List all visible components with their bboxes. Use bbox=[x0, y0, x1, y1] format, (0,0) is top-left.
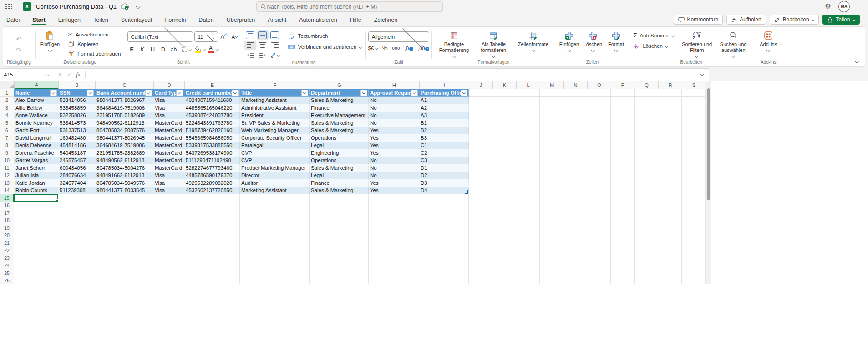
share-button[interactable]: Teilen bbox=[822, 15, 860, 25]
bold-button[interactable]: F bbox=[127, 45, 137, 54]
insert-function-button[interactable]: fx bbox=[74, 71, 82, 78]
cell-D26[interactable] bbox=[153, 277, 184, 285]
autosum-button[interactable]: Σ AutoSumme bbox=[632, 31, 675, 39]
menu-tab-seitenlayout[interactable]: Seitenlayout bbox=[120, 14, 153, 25]
cell-E5[interactable]: 5224643391763780 bbox=[184, 119, 240, 127]
cell-M2[interactable] bbox=[540, 97, 563, 105]
cell-R17[interactable] bbox=[658, 209, 682, 217]
cell-G20[interactable] bbox=[310, 232, 369, 240]
cell-R20[interactable] bbox=[658, 232, 682, 240]
cell-B8[interactable]: 454814186 bbox=[58, 142, 95, 150]
cell-R18[interactable] bbox=[658, 217, 682, 225]
cell-L20[interactable] bbox=[516, 232, 540, 240]
cell-J26[interactable] bbox=[469, 277, 492, 285]
cell-styles-button[interactable]: Zellenformate bbox=[513, 30, 553, 52]
cell-P20[interactable] bbox=[611, 232, 635, 240]
cell-A2[interactable]: Alex Darrow bbox=[14, 97, 58, 105]
cell-J18[interactable] bbox=[469, 217, 492, 225]
cell-S23[interactable] bbox=[682, 254, 706, 262]
cell-F9[interactable]: CVP bbox=[240, 149, 310, 157]
cell-H11[interactable]: No bbox=[369, 164, 419, 172]
cell-Q6[interactable] bbox=[635, 127, 658, 135]
cell-J5[interactable] bbox=[469, 119, 492, 127]
wrap-text-button[interactable]: Textumbruch bbox=[286, 32, 330, 40]
cell-O13[interactable] bbox=[587, 179, 611, 187]
clear-button[interactable]: Löschen bbox=[632, 42, 669, 50]
cell-L14[interactable] bbox=[516, 187, 540, 195]
cell-E18[interactable] bbox=[184, 217, 240, 225]
font-size-combo[interactable]: 11 bbox=[194, 31, 218, 42]
cell-O7[interactable] bbox=[587, 134, 611, 142]
cell-B9[interactable]: 540453187 bbox=[58, 149, 95, 157]
cell-A4[interactable]: Anne Wallace bbox=[14, 112, 58, 120]
cell-E12[interactable]: 4485786590179370 bbox=[184, 172, 240, 180]
cell-R8[interactable] bbox=[658, 142, 682, 150]
cell-R9[interactable] bbox=[658, 149, 682, 157]
cell-P1[interactable] bbox=[611, 89, 635, 97]
cancel-entry-button[interactable]: ✕ bbox=[56, 71, 64, 78]
cell-E10[interactable]: 5111290471102490 bbox=[184, 157, 240, 165]
cell-N16[interactable] bbox=[563, 202, 587, 210]
cell-H12[interactable]: No bbox=[369, 172, 419, 180]
menu-tab-start[interactable]: Start bbox=[31, 14, 46, 25]
cell-P5[interactable] bbox=[611, 119, 635, 127]
filter-button-title[interactable] bbox=[301, 90, 308, 96]
cell-R19[interactable] bbox=[658, 224, 682, 232]
cell-G10[interactable]: Operations bbox=[310, 157, 369, 165]
cell-P19[interactable] bbox=[611, 224, 635, 232]
cell-C21[interactable] bbox=[95, 239, 153, 247]
cell-D21[interactable] bbox=[153, 239, 184, 247]
cell-J12[interactable] bbox=[469, 172, 492, 180]
cell-D24[interactable] bbox=[153, 262, 184, 270]
cell-R24[interactable] bbox=[658, 262, 682, 270]
cell-M9[interactable] bbox=[540, 149, 563, 157]
cell-F11[interactable]: Product Marketing Manager bbox=[240, 164, 310, 172]
cell-L11[interactable] bbox=[516, 164, 540, 172]
cell-A12[interactable]: Julian Isla bbox=[14, 172, 58, 180]
double-underline-button[interactable]: D bbox=[159, 45, 168, 54]
cell-A6[interactable]: Garth Fort bbox=[14, 127, 58, 135]
cell-S1[interactable] bbox=[682, 89, 706, 97]
cell-Q9[interactable] bbox=[635, 149, 658, 157]
cell-N11[interactable] bbox=[563, 164, 587, 172]
column-header-S[interactable]: S bbox=[682, 81, 706, 89]
cell-B13[interactable]: 324077404 bbox=[58, 179, 95, 187]
column-header-A[interactable]: A bbox=[15, 81, 59, 89]
cell-F21[interactable] bbox=[240, 239, 310, 247]
cell-H20[interactable] bbox=[369, 232, 419, 240]
cell-M18[interactable] bbox=[540, 217, 563, 225]
formula-input[interactable] bbox=[86, 72, 709, 77]
decrease-indent-button[interactable] bbox=[244, 51, 256, 60]
format-as-table-button[interactable]: Als Tabelle formatieren bbox=[475, 30, 512, 58]
column-header-E[interactable]: E bbox=[185, 81, 240, 89]
collapse-ribbon-icon[interactable] bbox=[855, 59, 859, 64]
cell-Q3[interactable] bbox=[635, 104, 658, 112]
column-header-G[interactable]: G bbox=[310, 81, 369, 89]
font-color-button[interactable]: A bbox=[207, 46, 215, 54]
cell-J13[interactable] bbox=[469, 179, 492, 187]
cell-I5[interactable]: B1 bbox=[419, 119, 469, 127]
cell-I15[interactable] bbox=[419, 194, 469, 202]
cell-K26[interactable] bbox=[492, 277, 516, 285]
cell-G9[interactable]: Engineering bbox=[310, 149, 369, 157]
cut-button[interactable]: ✂ Ausschneiden bbox=[66, 30, 110, 38]
cell-F1[interactable]: Title bbox=[240, 89, 310, 97]
cell-K8[interactable] bbox=[492, 142, 516, 150]
cell-O5[interactable] bbox=[587, 119, 611, 127]
cell-M24[interactable] bbox=[540, 262, 563, 270]
cell-R3[interactable] bbox=[658, 104, 682, 112]
settings-gear-icon[interactable]: ⚙ bbox=[825, 2, 831, 10]
cell-S6[interactable] bbox=[682, 127, 706, 135]
cell-H5[interactable]: No bbox=[369, 119, 419, 127]
column-header-O[interactable]: O bbox=[588, 81, 611, 89]
cell-A14[interactable]: Robin Counts bbox=[14, 187, 58, 195]
cell-O16[interactable] bbox=[587, 202, 611, 210]
font-name-combo[interactable]: Calibri (Textkörper) bbox=[127, 31, 193, 42]
cell-L26[interactable] bbox=[516, 277, 540, 285]
cell-G7[interactable]: Operations bbox=[310, 134, 369, 142]
cell-D6[interactable]: MasterCard bbox=[153, 127, 184, 135]
cell-C3[interactable]: 364684619-7519006 bbox=[95, 104, 153, 112]
cell-P25[interactable] bbox=[611, 269, 635, 277]
cell-B24[interactable] bbox=[58, 262, 95, 270]
catch-up-button[interactable]: Aufholen bbox=[726, 15, 766, 25]
